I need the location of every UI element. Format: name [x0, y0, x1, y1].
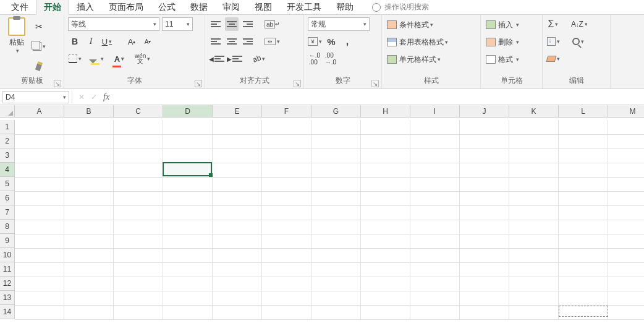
cancel-entry-button[interactable]: ✕: [78, 93, 85, 101]
column-header[interactable]: K: [509, 105, 559, 118]
cell[interactable]: [311, 120, 361, 134]
cell[interactable]: [311, 234, 361, 248]
cell[interactable]: [361, 120, 410, 134]
cell[interactable]: [509, 134, 559, 148]
cell[interactable]: [114, 248, 163, 262]
cell[interactable]: [361, 262, 410, 277]
cell[interactable]: [410, 148, 460, 163]
column-header[interactable]: C: [114, 105, 163, 118]
font-name-combo[interactable]: 等线▾: [68, 17, 159, 31]
cell[interactable]: [213, 148, 262, 163]
cell[interactable]: [213, 163, 262, 177]
cell[interactable]: [64, 248, 114, 262]
align-right-button[interactable]: [241, 35, 255, 48]
cell[interactable]: [64, 234, 114, 248]
dialog-launcher-icon[interactable]: ↘: [371, 80, 379, 87]
cell[interactable]: [114, 291, 163, 305]
format-painter-button[interactable]: [32, 59, 46, 73]
column-header[interactable]: L: [559, 105, 608, 118]
row-header[interactable]: 1: [0, 120, 15, 134]
cell[interactable]: [361, 234, 410, 248]
cell[interactable]: [163, 148, 213, 163]
cell[interactable]: [163, 134, 213, 148]
cell[interactable]: [163, 277, 213, 291]
orientation-button[interactable]: ab▾: [252, 52, 266, 66]
cell[interactable]: [163, 163, 213, 177]
format-cell-button[interactable]: 格式 ▾: [485, 52, 538, 67]
align-top-button[interactable]: [209, 17, 222, 31]
cell[interactable]: [558, 205, 608, 220]
column-header[interactable]: I: [410, 105, 460, 118]
align-left-button[interactable]: [209, 35, 222, 48]
format-as-table-button[interactable]: 套用表格格式▾: [386, 35, 477, 49]
cell[interactable]: [15, 234, 64, 248]
cell[interactable]: [15, 120, 64, 134]
cell[interactable]: [460, 191, 509, 205]
cell[interactable]: [558, 134, 608, 148]
cell[interactable]: [558, 120, 608, 134]
cell[interactable]: [361, 220, 410, 234]
column-header[interactable]: B: [64, 105, 114, 118]
row-header[interactable]: 14: [0, 305, 15, 319]
insert-cell-button[interactable]: 插入 ▾: [485, 17, 538, 32]
cell[interactable]: [213, 191, 262, 205]
cell[interactable]: [311, 177, 361, 191]
cell[interactable]: [262, 205, 311, 220]
cell[interactable]: [558, 291, 608, 305]
cell[interactable]: [410, 191, 460, 205]
italic-button[interactable]: I: [84, 35, 98, 48]
cell[interactable]: [262, 191, 311, 205]
cell[interactable]: [558, 220, 608, 234]
cell[interactable]: [64, 191, 114, 205]
dialog-launcher-icon[interactable]: ↘: [54, 80, 61, 87]
cell[interactable]: [361, 148, 410, 163]
cell[interactable]: [64, 163, 114, 177]
cell[interactable]: [15, 163, 64, 177]
cell[interactable]: [114, 262, 163, 277]
cell[interactable]: [163, 220, 213, 234]
tab-formulas[interactable]: 公式: [151, 0, 183, 15]
borders-button[interactable]: ▾: [68, 52, 82, 66]
cell[interactable]: [509, 234, 559, 248]
cell[interactable]: [509, 277, 559, 291]
cell[interactable]: [15, 134, 64, 148]
shrink-font-button[interactable]: A▾: [141, 35, 155, 48]
cell[interactable]: [311, 148, 361, 163]
cell[interactable]: [15, 205, 64, 220]
cell[interactable]: [163, 120, 213, 134]
cell[interactable]: [558, 248, 608, 262]
cell[interactable]: [410, 277, 460, 291]
cell[interactable]: [608, 262, 644, 277]
cell[interactable]: [509, 262, 559, 277]
cell[interactable]: [361, 177, 410, 191]
column-header[interactable]: G: [311, 105, 361, 118]
number-format-combo[interactable]: 常规▾: [308, 17, 370, 31]
cell[interactable]: [509, 205, 559, 220]
delete-cell-button[interactable]: 删除 ▾: [485, 35, 538, 49]
cell[interactable]: [608, 220, 644, 234]
row-header[interactable]: 11: [0, 262, 15, 277]
select-all-corner[interactable]: [0, 105, 15, 118]
cell[interactable]: [262, 177, 311, 191]
cell[interactable]: [608, 305, 644, 319]
cell[interactable]: [163, 291, 213, 305]
cell[interactable]: [311, 205, 361, 220]
cell[interactable]: [15, 305, 64, 319]
cell[interactable]: [15, 291, 64, 305]
decrease-decimal-button[interactable]: .00→.0: [324, 52, 337, 66]
row-header[interactable]: 6: [0, 191, 15, 205]
dialog-launcher-icon[interactable]: ↘: [294, 80, 301, 87]
merge-center-button[interactable]: ⇔▾: [265, 35, 280, 48]
cell[interactable]: [114, 305, 163, 319]
cell[interactable]: [64, 277, 114, 291]
cell[interactable]: [361, 163, 410, 177]
cell[interactable]: [311, 277, 361, 291]
tab-layout[interactable]: 页面布局: [101, 0, 151, 15]
cell[interactable]: [114, 191, 163, 205]
comma-style-button[interactable]: ,: [341, 35, 354, 48]
row-header[interactable]: 2: [0, 134, 15, 148]
cell[interactable]: [558, 163, 608, 177]
cell[interactable]: [509, 148, 559, 163]
cell[interactable]: [114, 120, 163, 134]
cell[interactable]: [213, 248, 262, 262]
